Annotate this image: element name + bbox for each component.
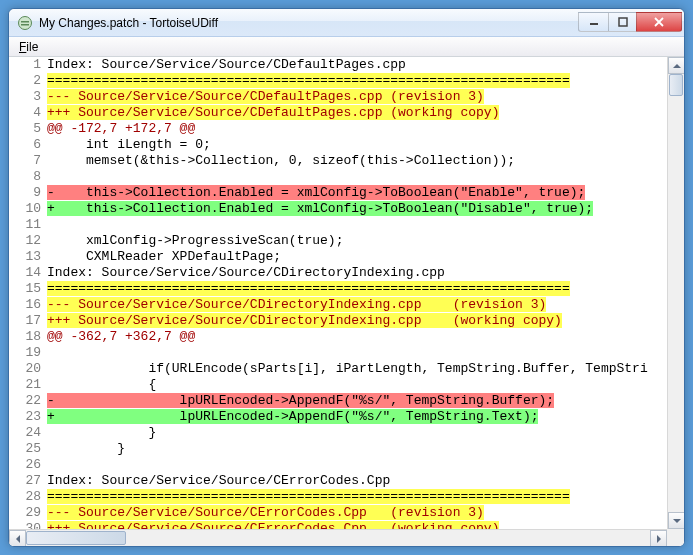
diff-line[interactable]: 25 } — [9, 441, 667, 457]
line-code: ========================================… — [47, 73, 667, 89]
vertical-scroll-thumb[interactable] — [669, 74, 683, 96]
window-controls — [578, 12, 682, 32]
line-number: 18 — [9, 329, 47, 345]
diff-line[interactable]: 18@@ -362,7 +362,7 @@ — [9, 329, 667, 345]
diff-line[interactable]: 4+++ Source/Service/Source/CDefaultPages… — [9, 105, 667, 121]
scroll-right-button[interactable] — [650, 530, 667, 546]
chevron-right-icon — [657, 535, 661, 543]
diff-line[interactable]: 9- this->Collection.Enabled = xmlConfig-… — [9, 185, 667, 201]
diff-line[interactable]: 14Index: Source/Service/Source/CDirector… — [9, 265, 667, 281]
diff-line[interactable]: 21 { — [9, 377, 667, 393]
line-code: + lpURLEncoded->AppendF("%s/", TempStrin… — [47, 409, 667, 425]
line-number: 23 — [9, 409, 47, 425]
line-number: 27 — [9, 473, 47, 489]
app-window: My Changes.patch - TortoiseUDiff File 1I… — [8, 8, 685, 547]
minimize-button[interactable] — [578, 12, 608, 32]
line-number: 5 — [9, 121, 47, 137]
horizontal-scrollbar[interactable] — [9, 529, 667, 546]
line-number: 24 — [9, 425, 47, 441]
close-button[interactable] — [636, 12, 682, 32]
diff-line[interactable]: 11 — [9, 217, 667, 233]
line-number: 17 — [9, 313, 47, 329]
line-number: 1 — [9, 57, 47, 73]
scroll-up-button[interactable] — [668, 57, 684, 74]
line-number: 11 — [9, 217, 47, 233]
line-code — [47, 169, 667, 185]
diff-line[interactable]: 24 } — [9, 425, 667, 441]
line-code — [47, 345, 667, 361]
line-number: 28 — [9, 489, 47, 505]
diff-viewer[interactable]: 1Index: Source/Service/Source/CDefaultPa… — [9, 57, 667, 529]
line-code: - lpURLEncoded->AppendF("%s/", TempStrin… — [47, 393, 667, 409]
diff-line[interactable]: 30+++ Source/Service/Source/CErrorCodes.… — [9, 521, 667, 529]
line-number: 3 — [9, 89, 47, 105]
diff-line[interactable]: 29--- Source/Service/Source/CErrorCodes.… — [9, 505, 667, 521]
line-code — [47, 457, 667, 473]
line-number: 19 — [9, 345, 47, 361]
diff-line[interactable]: 28======================================… — [9, 489, 667, 505]
line-code — [47, 217, 667, 233]
line-number: 8 — [9, 169, 47, 185]
diff-line[interactable]: 20 if(URLEncode(sParts[i], iPartLength, … — [9, 361, 667, 377]
line-code: --- Source/Service/Source/CDirectoryInde… — [47, 297, 667, 313]
line-code: --- Source/Service/Source/CDefaultPages.… — [47, 89, 667, 105]
titlebar[interactable]: My Changes.patch - TortoiseUDiff — [9, 9, 684, 37]
maximize-button[interactable] — [608, 12, 636, 32]
svg-rect-1 — [21, 21, 29, 23]
line-code: +++ Source/Service/Source/CDirectoryInde… — [47, 313, 667, 329]
maximize-icon — [618, 17, 628, 27]
line-number: 15 — [9, 281, 47, 297]
svg-rect-4 — [619, 18, 627, 26]
line-number: 6 — [9, 137, 47, 153]
diff-line[interactable]: 19 — [9, 345, 667, 361]
editor-area: 1Index: Source/Service/Source/CDefaultPa… — [9, 57, 684, 546]
vertical-scrollbar[interactable] — [667, 57, 684, 529]
line-code: xmlConfig->ProgressiveScan(true); — [47, 233, 667, 249]
window-title: My Changes.patch - TortoiseUDiff — [39, 16, 578, 30]
diff-line[interactable]: 12 xmlConfig->ProgressiveScan(true); — [9, 233, 667, 249]
diff-line[interactable]: 10+ this->Collection.Enabled = xmlConfig… — [9, 201, 667, 217]
svg-point-0 — [19, 16, 32, 29]
line-code: if(URLEncode(sParts[i], iPartLength, Tem… — [47, 361, 667, 377]
scroll-left-button[interactable] — [9, 530, 26, 546]
line-code: Index: Source/Service/Source/CErrorCodes… — [47, 473, 667, 489]
scroll-down-button[interactable] — [668, 512, 684, 529]
line-number: 20 — [9, 361, 47, 377]
line-code: + this->Collection.Enabled = xmlConfig->… — [47, 201, 667, 217]
diff-line[interactable]: 8 — [9, 169, 667, 185]
minimize-icon — [589, 17, 599, 27]
line-code: { — [47, 377, 667, 393]
diff-line[interactable]: 16--- Source/Service/Source/CDirectoryIn… — [9, 297, 667, 313]
diff-line[interactable]: 22- lpURLEncoded->AppendF("%s/", TempStr… — [9, 393, 667, 409]
diff-line[interactable]: 13 CXMLReader XPDefaultPage; — [9, 249, 667, 265]
line-number: 16 — [9, 297, 47, 313]
line-number: 2 — [9, 73, 47, 89]
diff-line[interactable]: 5@@ -172,7 +172,7 @@ — [9, 121, 667, 137]
horizontal-scroll-thumb[interactable] — [26, 531, 126, 545]
diff-line[interactable]: 27Index: Source/Service/Source/CErrorCod… — [9, 473, 667, 489]
line-number: 13 — [9, 249, 47, 265]
chevron-left-icon — [16, 535, 20, 543]
diff-line[interactable]: 7 memset(&this->Collection, 0, sizeof(th… — [9, 153, 667, 169]
line-code: Index: Source/Service/Source/CDefaultPag… — [47, 57, 667, 73]
line-code: +++ Source/Service/Source/CErrorCodes.Cp… — [47, 521, 667, 529]
line-code: memset(&this->Collection, 0, sizeof(this… — [47, 153, 667, 169]
line-code: @@ -172,7 +172,7 @@ — [47, 121, 667, 137]
svg-rect-2 — [21, 24, 29, 26]
line-number: 29 — [9, 505, 47, 521]
line-code: Index: Source/Service/Source/CDirectoryI… — [47, 265, 667, 281]
diff-line[interactable]: 6 int iLength = 0; — [9, 137, 667, 153]
diff-line[interactable]: 3--- Source/Service/Source/CDefaultPages… — [9, 89, 667, 105]
line-code: --- Source/Service/Source/CErrorCodes.Cp… — [47, 505, 667, 521]
line-number: 12 — [9, 233, 47, 249]
line-number: 9 — [9, 185, 47, 201]
diff-line[interactable]: 1Index: Source/Service/Source/CDefaultPa… — [9, 57, 667, 73]
diff-line[interactable]: 23+ lpURLEncoded->AppendF("%s/", TempStr… — [9, 409, 667, 425]
line-number: 30 — [9, 521, 47, 529]
line-code: int iLength = 0; — [47, 137, 667, 153]
menu-file[interactable]: File — [13, 38, 44, 56]
diff-line[interactable]: 2=======================================… — [9, 73, 667, 89]
diff-line[interactable]: 15======================================… — [9, 281, 667, 297]
diff-line[interactable]: 17+++ Source/Service/Source/CDirectoryIn… — [9, 313, 667, 329]
diff-line[interactable]: 26 — [9, 457, 667, 473]
